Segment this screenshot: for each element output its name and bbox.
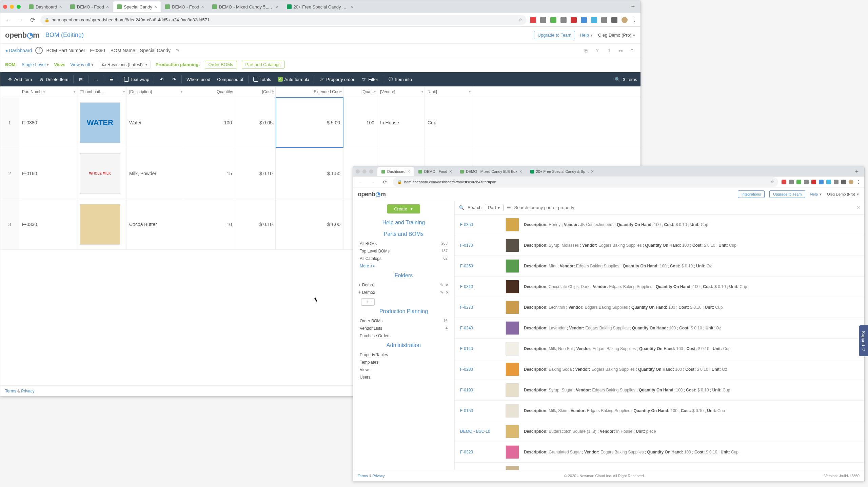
search-result-row[interactable]: F-0350 Description: Honey ; Vendor: JK C… bbox=[455, 215, 864, 235]
cell-partnumber[interactable]: F-0380 bbox=[19, 97, 77, 148]
col-header-description[interactable]: [Description]▾ bbox=[126, 86, 184, 97]
result-partnumber[interactable]: F-0250 bbox=[460, 264, 501, 268]
close-icon[interactable]: × bbox=[201, 4, 204, 9]
cell-thumbnail[interactable]: WHOLE MILK bbox=[77, 148, 126, 199]
privacy-link[interactable]: Privacy bbox=[21, 389, 34, 393]
undo-button[interactable]: ↶ bbox=[156, 72, 168, 86]
order-boms-button[interactable]: Order BOMs bbox=[205, 61, 237, 68]
upgrade-button[interactable]: Upgrade to Team bbox=[534, 31, 575, 39]
cell-unit[interactable]: Cup bbox=[425, 97, 472, 148]
col-header-thumbnail[interactable]: [Thumbnail…▾ bbox=[77, 86, 126, 97]
close-icon[interactable]: ✕ bbox=[446, 283, 449, 287]
ext-icon[interactable] bbox=[540, 17, 546, 23]
minimize-window-button[interactable] bbox=[362, 169, 367, 174]
menu-icon[interactable]: ⋮ bbox=[856, 179, 861, 185]
filter-icon[interactable]: ☰ bbox=[507, 205, 511, 210]
edit-icon[interactable]: ✎ bbox=[176, 48, 180, 53]
cell-vendor[interactable]: In House bbox=[377, 97, 425, 148]
align-icon[interactable]: ☰ bbox=[105, 72, 118, 86]
ext-icon[interactable] bbox=[796, 180, 801, 184]
sidebar-item-property-tables[interactable]: Property Tables bbox=[353, 351, 454, 359]
openbom-logo[interactable]: openb◔m bbox=[5, 31, 39, 40]
profile-avatar[interactable] bbox=[622, 17, 628, 23]
cell-thumbnail[interactable] bbox=[77, 199, 126, 249]
close-window-button[interactable] bbox=[356, 169, 360, 174]
cell-thumbnail[interactable]: WATER bbox=[77, 97, 126, 148]
maximize-window-button[interactable] bbox=[17, 5, 21, 9]
search-result-row[interactable]: F-0170 Description: Syrup, Molasses ; Ve… bbox=[455, 235, 864, 256]
sidebar-item-catalogs[interactable]: All Catalogs62 bbox=[353, 255, 454, 262]
browser-tab[interactable]: DEMO - Food× bbox=[66, 1, 113, 12]
close-icon[interactable]: ✕ bbox=[446, 290, 449, 295]
result-partnumber[interactable]: F-0150 bbox=[460, 408, 501, 413]
col-header-extended-cost[interactable]: Extended Cost▾ bbox=[276, 86, 343, 97]
ext-icon[interactable] bbox=[834, 180, 839, 184]
result-partnumber[interactable]: F-0240 bbox=[460, 326, 501, 330]
browser-tab[interactable]: DEMO - Mixed Candy 5LB Box× bbox=[208, 1, 283, 12]
ext-icon[interactable] bbox=[826, 180, 831, 184]
col-header-qoh[interactable]: [Qua…▾ bbox=[343, 86, 377, 97]
edit-icon[interactable]: ✎ bbox=[440, 290, 443, 295]
search-result-row[interactable]: F-0320 Description: Granulated Sugar ; V… bbox=[455, 442, 864, 463]
col-header-cost[interactable]: [Cost]▾ bbox=[235, 86, 276, 97]
ext-icon[interactable] bbox=[811, 180, 816, 184]
ext-icon[interactable] bbox=[560, 17, 567, 23]
result-partnumber[interactable]: F-0170 bbox=[460, 243, 501, 248]
ext-icon[interactable] bbox=[581, 17, 587, 23]
ext-icon[interactable] bbox=[804, 180, 809, 184]
browser-tab[interactable]: DEMO - Food× bbox=[414, 167, 456, 176]
terms-link[interactable]: Terms bbox=[358, 474, 368, 478]
where-used-button[interactable]: Where used bbox=[183, 72, 214, 86]
ext-icon[interactable] bbox=[601, 17, 607, 23]
table-row[interactable]: 1 F-0380 WATER Water 100 $ 0.05 $ 5.00 1… bbox=[0, 97, 640, 148]
revisions-dropdown[interactable]: 🗂 Revisions (Latest)▼ bbox=[99, 61, 151, 68]
ext-icon[interactable] bbox=[550, 17, 556, 23]
search-input[interactable] bbox=[514, 205, 853, 210]
menu-icon[interactable]: ⋮ bbox=[632, 17, 637, 23]
sidebar-item-order-boms[interactable]: Order BOMs16 bbox=[353, 317, 454, 325]
parts-catalogs-button[interactable]: Part and Catalogs bbox=[242, 61, 284, 68]
browser-tab[interactable]: 20+ Free Special Candy & Sp…× bbox=[283, 1, 357, 12]
close-icon[interactable]: × bbox=[276, 4, 278, 9]
search-result-row[interactable]: F-0270 Description: Lechithin ; Vendor: … bbox=[455, 297, 864, 318]
sort-icon[interactable]: ↑↓ bbox=[90, 72, 102, 86]
search-result-row[interactable]: F-0190 Description: Syrup, Sugar ; Vendo… bbox=[455, 380, 864, 401]
result-partnumber[interactable]: F-0190 bbox=[460, 388, 501, 392]
sidebar-item-all-boms[interactable]: All BOMs268 bbox=[353, 240, 454, 247]
result-partnumber[interactable]: F-0280 bbox=[460, 367, 501, 372]
sidebar-item-more[interactable]: More >> bbox=[353, 262, 454, 270]
result-partnumber[interactable]: F-0270 bbox=[460, 305, 501, 310]
browser-tab[interactable]: 20+ Free Special Candy & Sp…× bbox=[526, 167, 598, 176]
star-icon[interactable]: ☆ bbox=[518, 17, 522, 22]
sidebar-item-top-level[interactable]: Top Level BOMs137 bbox=[353, 247, 454, 255]
cell-cost[interactable]: $ 0.10 bbox=[235, 148, 276, 199]
close-icon[interactable]: × bbox=[350, 4, 353, 9]
collapse-icon[interactable]: ⌃ bbox=[628, 47, 636, 54]
composed-of-button[interactable]: Composed of bbox=[214, 72, 246, 86]
add-folder-button[interactable]: + bbox=[361, 298, 375, 306]
cell-quantity[interactable]: 15 bbox=[184, 148, 235, 199]
export-icon[interactable]: ⇪ bbox=[594, 47, 601, 54]
help-training-section[interactable]: Help and Training bbox=[353, 217, 454, 228]
cell-description[interactable]: Cocoa Butter bbox=[126, 199, 184, 249]
cell-partnumber[interactable]: F-0330 bbox=[19, 199, 77, 249]
col-header-quantity[interactable]: Quantity▾ bbox=[184, 86, 235, 97]
search-result-row[interactable]: F-0140 Description: Milk, Non-Fat ; Vend… bbox=[455, 339, 864, 359]
ext-icon[interactable] bbox=[571, 17, 577, 23]
url-input[interactable]: 🔒 bom.openbom.com/spreadsheet/bom/8dea24… bbox=[40, 15, 527, 25]
close-icon[interactable]: × bbox=[408, 169, 410, 174]
cell-extended-cost[interactable]: $ 1.50 bbox=[276, 148, 343, 199]
result-partnumber[interactable]: F-0140 bbox=[460, 346, 501, 351]
new-tab-button[interactable]: + bbox=[628, 3, 638, 11]
user-menu[interactable]: Oleg Demo (Pro)▼ bbox=[827, 192, 860, 196]
browser-tab[interactable]: DEMO - Mixed Candy 5LB Box× bbox=[456, 167, 526, 176]
folder-item[interactable]: +Demo1✎✕ bbox=[353, 281, 454, 289]
new-tab-button[interactable]: + bbox=[852, 168, 862, 175]
profile-avatar[interactable] bbox=[849, 180, 853, 184]
col-header-vendor[interactable]: [Vendor]▾ bbox=[377, 86, 425, 97]
cell-description[interactable]: Milk, Powder bbox=[126, 148, 184, 199]
ext-icon[interactable] bbox=[841, 180, 846, 184]
share-icon[interactable]: ⫘ bbox=[617, 47, 624, 54]
star-icon[interactable]: ☆ bbox=[771, 180, 774, 184]
help-link[interactable]: Help▼ bbox=[810, 192, 822, 196]
